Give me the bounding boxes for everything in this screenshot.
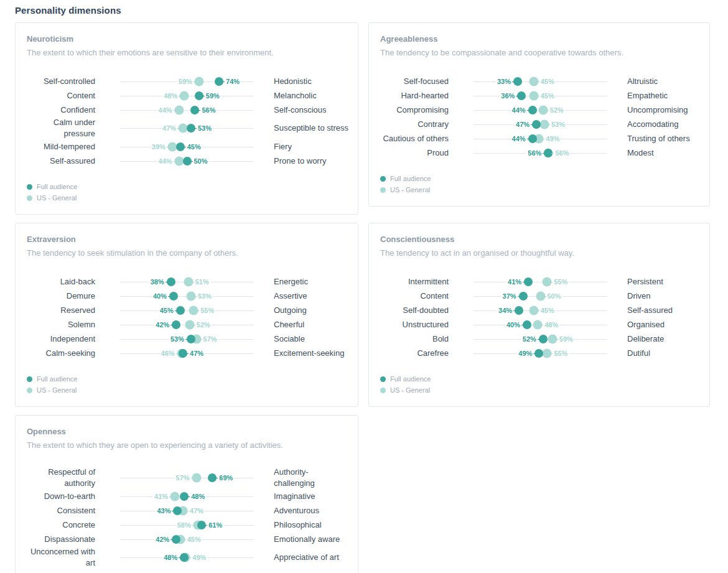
trait-label-left: Self-controlled <box>27 76 95 87</box>
legend-dot-icon <box>380 176 386 182</box>
legend-label: Full audience <box>390 375 431 383</box>
trait-label-left: Cautious of others <box>380 133 449 144</box>
trait-label-left: Confident <box>27 105 95 116</box>
trait-label-right: Persistent <box>627 276 702 287</box>
trait-label-right: Philosophical <box>274 519 348 531</box>
full-audience-dot[interactable] <box>534 349 543 358</box>
trait-label-right: Authority-challenging <box>274 467 348 489</box>
trait-row: Bold52%59%Deliberate <box>380 332 698 346</box>
legend-label: US - General <box>37 193 77 202</box>
dot-plot: 42%45% <box>120 532 254 546</box>
dot-plot: 36%45% <box>474 88 607 103</box>
dot-plot: 53%57% <box>120 332 254 346</box>
trait-label-right: Accomodating <box>627 119 702 130</box>
trait-row: Self-controlled74%59%Hedonistic <box>27 74 347 88</box>
legend-item-us-general[interactable]: US - General <box>380 185 698 195</box>
cards-grid: NeuroticismThe extent to which their emo… <box>15 22 728 573</box>
legend-item-full-audience[interactable]: Full audience <box>380 174 698 184</box>
dot-plot: 74%59% <box>120 74 254 88</box>
trait-row: Unconcerned with art48%49%Appreciative o… <box>27 546 347 569</box>
full-audience-dot[interactable] <box>517 91 526 100</box>
dot-plot: 44%52% <box>474 103 607 117</box>
trait-label-left: Content <box>27 90 95 101</box>
full-audience-value: 56% <box>526 149 543 157</box>
legend-dot-icon <box>380 388 386 393</box>
full-audience-dot[interactable] <box>176 306 185 315</box>
legend-label: US - General <box>390 386 430 394</box>
full-audience-dot[interactable] <box>172 535 180 544</box>
trait-label-right: Altruistic <box>627 76 702 87</box>
trait-label-right: Fiery <box>274 141 348 152</box>
dot-plot: 41%55% <box>474 274 607 289</box>
dot-plot-rows: Respectful of authority69%57%Authority-c… <box>27 467 347 569</box>
full-audience-value: 45% <box>159 306 175 315</box>
full-audience-dot[interactable] <box>187 335 195 343</box>
full-audience-dot[interactable] <box>169 292 178 300</box>
full-audience-value: 61% <box>207 521 223 529</box>
card-extraversion: ExtraversionThe tendency to seek stimula… <box>15 223 358 407</box>
full-audience-dot[interactable] <box>167 277 175 286</box>
trait-label-right: Hedonistic <box>274 76 348 87</box>
legend-label: Full audience <box>37 182 77 191</box>
full-audience-value: 45% <box>186 142 202 151</box>
trait-label-left: Unconcerned with art <box>27 546 95 569</box>
full-audience-value: 47% <box>515 120 531 129</box>
full-audience-dot[interactable] <box>180 553 189 562</box>
full-audience-dot[interactable] <box>532 120 541 129</box>
full-audience-dot[interactable] <box>515 306 523 315</box>
trait-row: Unstructured40%48%Organised <box>380 317 698 332</box>
trait-label-left: Bold <box>380 333 449 345</box>
legend-item-full-audience[interactable]: Full audience <box>27 374 347 384</box>
legend-item-full-audience[interactable]: Full audience <box>380 374 698 384</box>
trait-row: Reserved45%55%Outgoing <box>27 303 347 317</box>
full-audience-dot[interactable] <box>528 134 537 143</box>
trait-label-right: Empathetic <box>627 90 702 101</box>
trait-row: Calm under pressure53%47%Susceptible to … <box>27 117 347 139</box>
us-general-value: 45% <box>539 306 556 315</box>
dot-plot: 50%44% <box>120 154 254 168</box>
legend-label: Full audience <box>390 174 431 183</box>
legend-item-full-audience[interactable]: Full audience <box>27 182 347 192</box>
full-audience-dot[interactable] <box>539 335 548 343</box>
full-audience-dot[interactable] <box>513 77 522 86</box>
legend-item-us-general[interactable]: US - General <box>27 385 347 395</box>
full-audience-dot[interactable] <box>172 320 180 329</box>
full-audience-dot[interactable] <box>524 277 533 286</box>
trait-row: Laid-back38%51%Energetic <box>27 274 347 289</box>
dot-plot: 33%45% <box>474 74 607 88</box>
legend-item-us-general[interactable]: US - General <box>27 193 347 203</box>
full-audience-dot[interactable] <box>523 320 531 329</box>
us-general-value: 45% <box>539 77 556 86</box>
trait-row: Content59%48%Melancholic <box>27 88 347 103</box>
trait-label-right: Self-conscious <box>274 105 348 116</box>
full-audience-dot[interactable] <box>528 106 537 114</box>
trait-label-left: Laid-back <box>27 276 95 287</box>
card-openness: OpennessThe extent to which they are ope… <box>15 415 358 573</box>
trait-label-left: Consistent <box>27 505 95 516</box>
trait-row: Demure40%53%Assertive <box>27 289 347 303</box>
full-audience-dot[interactable] <box>519 292 528 300</box>
us-general-value: 49% <box>191 553 207 562</box>
dot-plot: 43%47% <box>120 503 254 518</box>
dot-plot: 34%45% <box>474 303 607 317</box>
us-general-value: 47% <box>189 506 205 515</box>
full-audience-dot[interactable] <box>173 506 182 515</box>
trait-row: Cautious of others44%49%Trusting of othe… <box>380 131 698 146</box>
us-general-value: 59% <box>558 335 574 343</box>
legend-item-us-general[interactable]: US - General <box>380 385 698 395</box>
trait-row: Hard-hearted36%45%Empathetic <box>380 88 698 103</box>
trait-label-right: Outgoing <box>274 305 348 316</box>
us-general-value: 53% <box>197 292 213 300</box>
trait-row: Content37%50%Driven <box>380 289 698 303</box>
trait-label-left: Down-to-earth <box>27 491 95 502</box>
us-general-value: 49% <box>544 134 561 143</box>
trait-label-right: Modest <box>627 147 702 159</box>
trait-row: Contrary47%53%Accomodating <box>380 117 698 131</box>
full-audience-value: 53% <box>197 124 213 133</box>
trait-row: Calm-seeking47%46%Excitement-seeking <box>27 346 347 360</box>
full-audience-value: 41% <box>506 277 523 286</box>
dot-plot: 49%55% <box>474 346 607 360</box>
legend-label: Full audience <box>37 375 77 383</box>
trait-label-left: Self-assured <box>27 156 95 167</box>
dot-plot: 53%47% <box>120 117 254 139</box>
